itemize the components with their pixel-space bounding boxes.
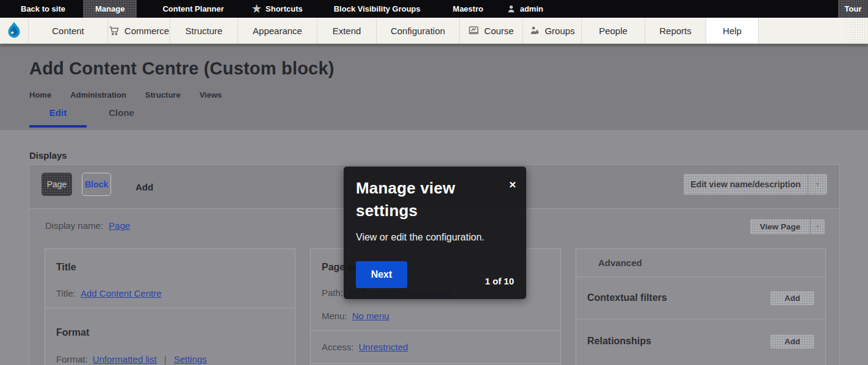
tour-button[interactable]: Tour [838, 0, 868, 18]
drupal-logo[interactable] [0, 18, 29, 43]
title-label: Title: [56, 288, 76, 298]
menu-item-appearance[interactable]: Appearance [238, 18, 317, 43]
admin-toolbar: Back to site Manage Content Planner ★ Sh… [0, 0, 868, 18]
title-section-heading: Title [56, 262, 284, 273]
menu-label: Menu: [322, 311, 347, 321]
tour-next-label: Next [371, 269, 392, 280]
edit-view-name-dropbutton: Edit view name/description ▼ [684, 174, 827, 195]
menu-item-course-label: Course [484, 26, 513, 36]
menu-item-reports[interactable]: Reports [645, 18, 706, 43]
menu-item-people[interactable]: People [582, 18, 645, 43]
tour-popup-body: View or edit the configuration. [356, 232, 485, 243]
block-visibility-groups-link[interactable]: Block Visibility Groups [322, 0, 433, 18]
column-first: Title Title: Add Content Centre Format F… [45, 248, 295, 365]
drupal-logo-icon [6, 21, 22, 40]
breadcrumb-views[interactable]: Views [200, 90, 222, 99]
display-name-row: Display name: Page [45, 220, 130, 231]
contextual-filters-heading: Contextual filters [587, 292, 667, 303]
format-separator: | [164, 354, 167, 364]
contextual-filters-add-label: Add [784, 294, 800, 303]
display-page-button-label: Page [47, 179, 67, 189]
username-label: admin [520, 4, 543, 13]
tour-popup: Manage view settings ✕ View or edit the … [344, 167, 526, 299]
page-tabs: Edit Clone [29, 107, 134, 118]
display-name-label: Display name: [45, 220, 103, 231]
add-display-button[interactable]: Add [136, 165, 153, 209]
menu-item-groups[interactable]: Groups [523, 18, 582, 43]
format-section: Format Format: Unformatted list | Settin… [45, 308, 295, 365]
menu-bar-filler [759, 18, 845, 43]
menu-item-extend[interactable]: Extend [317, 18, 377, 43]
menu-item-commerce-label: Commerce [125, 26, 169, 36]
menu-item-extend-label: Extend [333, 26, 361, 36]
breadcrumb-home[interactable]: Home [29, 90, 51, 99]
access-label: Access: [322, 342, 354, 352]
breadcrumb: Home Administration Structure Views [29, 90, 222, 99]
menu-item-help-label: Help [723, 26, 742, 36]
access-value-link[interactable]: Unrestricted [359, 342, 408, 352]
display-name-link[interactable]: Page [109, 220, 130, 231]
contextual-filters-section: Contextual filters Add [576, 277, 825, 319]
breadcrumb-administration[interactable]: Administration [70, 90, 126, 99]
breadcrumb-structure[interactable]: Structure [145, 90, 181, 99]
menu-bar-active-corner [845, 18, 868, 43]
menu-item-reports-label: Reports [659, 26, 692, 36]
user-menu[interactable]: admin [494, 0, 555, 18]
tab-clone-label: Clone [109, 107, 134, 118]
menu-item-configuration-label: Configuration [391, 26, 445, 36]
contextual-filters-add-button[interactable]: Add [770, 291, 814, 305]
maestro-label: Maestro [453, 4, 483, 13]
course-icon [468, 25, 479, 36]
tab-clone[interactable]: Clone [109, 107, 134, 118]
menu-value-link[interactable]: No menu [352, 311, 389, 321]
menu-item-commerce[interactable]: Commerce [108, 18, 170, 43]
relationships-add-label: Add [784, 337, 800, 346]
format-settings-link[interactable]: Settings [174, 354, 207, 364]
title-value-link[interactable]: Add Content Centre [81, 288, 162, 298]
menu-item-course[interactable]: Course [460, 18, 523, 43]
edit-view-name-label: Edit view name/description [690, 179, 801, 189]
format-label: Format: [56, 354, 88, 364]
maestro-link[interactable]: Maestro [441, 0, 496, 18]
relationships-heading: Relationships [587, 336, 651, 347]
advanced-section[interactable]: Advanced [576, 249, 825, 277]
cart-icon [109, 25, 120, 36]
column-advanced: Advanced Contextual filters Add Relation… [576, 248, 826, 365]
menu-item-appearance-label: Appearance [253, 26, 302, 36]
menu-item-structure[interactable]: Structure [170, 18, 238, 43]
access-section: Access: Unrestricted [311, 331, 560, 364]
displays-heading: Displays [29, 150, 67, 161]
menu-item-groups-label: Groups [544, 26, 574, 36]
tab-edit-label: Edit [49, 107, 67, 118]
menu-item-content-label: Content [52, 26, 84, 36]
menu-item-configuration[interactable]: Configuration [377, 18, 460, 43]
back-to-site-link[interactable]: Back to site [0, 0, 78, 18]
menu-item-structure-label: Structure [186, 26, 223, 36]
menu-item-help[interactable]: Help [706, 18, 759, 43]
display-page-button[interactable]: Page [42, 173, 72, 196]
edit-view-name-button[interactable]: Edit view name/description [684, 174, 808, 195]
view-page-button[interactable]: View Page [750, 219, 810, 234]
caret-down-icon: ▼ [815, 181, 820, 187]
back-to-site-label: Back to site [21, 4, 65, 13]
view-page-dropbutton: View Page ▼ [750, 219, 825, 234]
close-icon[interactable]: ✕ [508, 180, 516, 189]
advanced-heading: Advanced [598, 258, 642, 268]
shortcuts-link[interactable]: ★ Shortcuts [240, 0, 315, 18]
tab-edit[interactable]: Edit [29, 107, 87, 118]
tour-next-button[interactable]: Next [356, 261, 407, 288]
manage-tab[interactable]: Manage [83, 0, 137, 18]
view-page-toggle[interactable]: ▼ [810, 219, 825, 234]
format-value-link[interactable]: Unformatted list [93, 354, 157, 364]
menu-item-content[interactable]: Content [29, 18, 108, 43]
active-tab-underline [29, 125, 87, 128]
tour-button-label: Tour [845, 4, 862, 13]
content-planner-link[interactable]: Content Planner [150, 0, 236, 18]
edit-view-name-toggle[interactable]: ▼ [808, 174, 827, 195]
manage-label: Manage [95, 4, 125, 13]
relationships-add-button[interactable]: Add [770, 334, 814, 349]
caret-down-icon: ▼ [816, 224, 820, 229]
admin-bar-spacer [555, 0, 838, 18]
groups-icon [529, 25, 540, 36]
display-block-button[interactable]: Block [82, 173, 111, 196]
